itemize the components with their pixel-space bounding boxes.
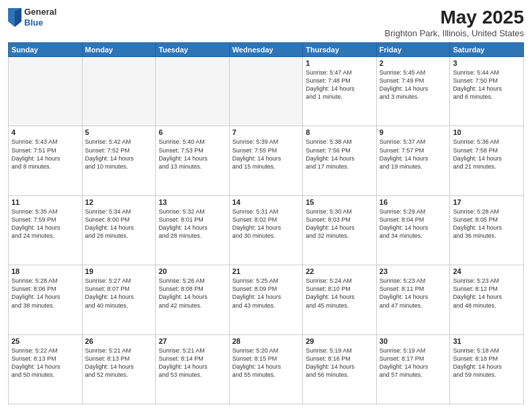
day-info: Sunrise: 5:47 AM Sunset: 7:48 PM Dayligh… — [306, 68, 373, 101]
calendar-cell: 19Sunrise: 5:27 AM Sunset: 8:07 PM Dayli… — [82, 265, 156, 334]
logo-icon — [8, 8, 21, 27]
calendar-week-row: 4Sunrise: 5:43 AM Sunset: 7:51 PM Daylig… — [9, 126, 524, 195]
day-number: 31 — [453, 337, 521, 345]
day-info: Sunrise: 5:31 AM Sunset: 8:02 PM Dayligh… — [232, 208, 300, 240]
calendar-table: SundayMondayTuesdayWednesdayThursdayFrid… — [8, 42, 524, 404]
day-number: 26 — [85, 337, 153, 345]
day-number: 28 — [232, 337, 300, 345]
day-number: 18 — [11, 267, 79, 275]
day-info: Sunrise: 5:44 AM Sunset: 7:50 PM Dayligh… — [453, 68, 521, 101]
calendar-cell — [9, 57, 83, 126]
subtitle: Brighton Park, Illinois, United States — [385, 28, 524, 38]
calendar-cell: 7Sunrise: 5:39 AM Sunset: 7:55 PM Daylig… — [229, 126, 303, 195]
day-number: 21 — [232, 267, 300, 275]
day-info: Sunrise: 5:32 AM Sunset: 8:01 PM Dayligh… — [159, 208, 226, 240]
day-number: 8 — [306, 128, 373, 136]
day-of-week-header: Wednesday — [229, 43, 303, 57]
calendar-cell: 9Sunrise: 5:37 AM Sunset: 7:57 PM Daylig… — [376, 126, 450, 195]
day-number: 19 — [85, 267, 153, 275]
calendar-cell: 26Sunrise: 5:21 AM Sunset: 8:13 PM Dayli… — [82, 334, 156, 404]
logo-general-text: General — [24, 7, 56, 17]
calendar-cell: 5Sunrise: 5:42 AM Sunset: 7:52 PM Daylig… — [82, 126, 156, 195]
calendar-cell: 3Sunrise: 5:44 AM Sunset: 7:50 PM Daylig… — [450, 57, 524, 126]
calendar-cell: 12Sunrise: 5:34 AM Sunset: 8:00 PM Dayli… — [82, 195, 156, 265]
calendar-cell: 16Sunrise: 5:29 AM Sunset: 8:04 PM Dayli… — [376, 195, 450, 265]
calendar-cell: 21Sunrise: 5:25 AM Sunset: 8:09 PM Dayli… — [229, 265, 303, 334]
day-number: 1 — [306, 59, 373, 67]
day-of-week-header: Sunday — [9, 43, 83, 57]
day-number: 9 — [380, 128, 447, 136]
day-info: Sunrise: 5:22 AM Sunset: 8:13 PM Dayligh… — [11, 347, 79, 379]
day-info: Sunrise: 5:43 AM Sunset: 7:51 PM Dayligh… — [11, 138, 79, 171]
day-number: 27 — [159, 337, 226, 345]
day-info: Sunrise: 5:21 AM Sunset: 8:13 PM Dayligh… — [85, 347, 153, 379]
day-number: 7 — [232, 128, 300, 136]
day-number: 17 — [453, 198, 521, 206]
day-number: 10 — [453, 128, 521, 136]
day-info: Sunrise: 5:40 AM Sunset: 7:53 PM Dayligh… — [159, 138, 226, 171]
day-info: Sunrise: 5:28 AM Sunset: 8:05 PM Dayligh… — [453, 208, 521, 240]
logo-blue-text: Blue — [24, 17, 56, 28]
day-info: Sunrise: 5:19 AM Sunset: 8:16 PM Dayligh… — [306, 347, 373, 379]
calendar-cell: 18Sunrise: 5:28 AM Sunset: 8:06 PM Dayli… — [9, 265, 83, 334]
day-info: Sunrise: 5:27 AM Sunset: 8:07 PM Dayligh… — [85, 277, 153, 310]
calendar-cell: 8Sunrise: 5:38 AM Sunset: 7:56 PM Daylig… — [303, 126, 377, 195]
day-number: 30 — [380, 337, 447, 345]
header: General Blue May 2025 Brighton Park, Ill… — [8, 7, 524, 38]
calendar-header-row: SundayMondayTuesdayWednesdayThursdayFrid… — [9, 43, 524, 57]
calendar-cell: 20Sunrise: 5:26 AM Sunset: 8:08 PM Dayli… — [156, 265, 230, 334]
day-info: Sunrise: 5:42 AM Sunset: 7:52 PM Dayligh… — [85, 138, 153, 171]
day-number: 25 — [11, 337, 79, 345]
calendar-cell: 30Sunrise: 5:19 AM Sunset: 8:17 PM Dayli… — [376, 334, 450, 404]
calendar-cell: 15Sunrise: 5:30 AM Sunset: 8:03 PM Dayli… — [303, 195, 377, 265]
day-number: 29 — [306, 337, 373, 345]
page: General Blue May 2025 Brighton Park, Ill… — [0, 0, 532, 411]
day-info: Sunrise: 5:23 AM Sunset: 8:12 PM Dayligh… — [453, 277, 521, 310]
calendar-cell — [82, 57, 156, 126]
day-info: Sunrise: 5:29 AM Sunset: 8:04 PM Dayligh… — [380, 208, 447, 240]
calendar-cell: 14Sunrise: 5:31 AM Sunset: 8:02 PM Dayli… — [229, 195, 303, 265]
day-of-week-header: Monday — [82, 43, 156, 57]
day-number: 3 — [453, 59, 521, 67]
calendar-cell: 28Sunrise: 5:20 AM Sunset: 8:15 PM Dayli… — [229, 334, 303, 404]
day-info: Sunrise: 5:25 AM Sunset: 8:09 PM Dayligh… — [232, 277, 300, 310]
day-of-week-header: Saturday — [450, 43, 524, 57]
day-number: 13 — [159, 198, 226, 206]
day-info: Sunrise: 5:30 AM Sunset: 8:03 PM Dayligh… — [306, 208, 373, 240]
day-of-week-header: Thursday — [303, 43, 377, 57]
day-info: Sunrise: 5:18 AM Sunset: 8:18 PM Dayligh… — [453, 347, 521, 379]
calendar-cell: 4Sunrise: 5:43 AM Sunset: 7:51 PM Daylig… — [9, 126, 83, 195]
calendar-week-row: 1Sunrise: 5:47 AM Sunset: 7:48 PM Daylig… — [9, 57, 524, 126]
calendar-cell: 24Sunrise: 5:23 AM Sunset: 8:12 PM Dayli… — [450, 265, 524, 334]
day-info: Sunrise: 5:26 AM Sunset: 8:08 PM Dayligh… — [159, 277, 226, 310]
calendar-week-row: 11Sunrise: 5:35 AM Sunset: 7:59 PM Dayli… — [9, 195, 524, 265]
calendar-week-row: 18Sunrise: 5:28 AM Sunset: 8:06 PM Dayli… — [9, 265, 524, 334]
calendar-cell: 17Sunrise: 5:28 AM Sunset: 8:05 PM Dayli… — [450, 195, 524, 265]
calendar-cell: 25Sunrise: 5:22 AM Sunset: 8:13 PM Dayli… — [9, 334, 83, 404]
day-number: 16 — [380, 198, 447, 206]
calendar-cell: 29Sunrise: 5:19 AM Sunset: 8:16 PM Dayli… — [303, 334, 377, 404]
day-info: Sunrise: 5:23 AM Sunset: 8:11 PM Dayligh… — [380, 277, 447, 310]
calendar-week-row: 25Sunrise: 5:22 AM Sunset: 8:13 PM Dayli… — [9, 334, 524, 404]
day-number: 4 — [11, 128, 79, 136]
day-number: 2 — [380, 59, 447, 67]
calendar-cell: 1Sunrise: 5:47 AM Sunset: 7:48 PM Daylig… — [303, 57, 377, 126]
day-number: 12 — [85, 198, 153, 206]
day-number: 5 — [85, 128, 153, 136]
day-info: Sunrise: 5:35 AM Sunset: 7:59 PM Dayligh… — [11, 208, 79, 240]
title-section: May 2025 Brighton Park, Illinois, United… — [385, 7, 524, 38]
day-number: 23 — [380, 267, 447, 275]
day-info: Sunrise: 5:36 AM Sunset: 7:58 PM Dayligh… — [453, 138, 521, 171]
day-number: 14 — [232, 198, 300, 206]
calendar-cell: 2Sunrise: 5:45 AM Sunset: 7:49 PM Daylig… — [376, 57, 450, 126]
calendar-cell: 22Sunrise: 5:24 AM Sunset: 8:10 PM Dayli… — [303, 265, 377, 334]
day-of-week-header: Friday — [376, 43, 450, 57]
calendar-cell: 13Sunrise: 5:32 AM Sunset: 8:01 PM Dayli… — [156, 195, 230, 265]
day-number: 6 — [159, 128, 226, 136]
calendar-cell: 10Sunrise: 5:36 AM Sunset: 7:58 PM Dayli… — [450, 126, 524, 195]
day-info: Sunrise: 5:45 AM Sunset: 7:49 PM Dayligh… — [380, 68, 447, 101]
day-info: Sunrise: 5:24 AM Sunset: 8:10 PM Dayligh… — [306, 277, 373, 310]
day-info: Sunrise: 5:38 AM Sunset: 7:56 PM Dayligh… — [306, 138, 373, 171]
calendar-cell: 31Sunrise: 5:18 AM Sunset: 8:18 PM Dayli… — [450, 334, 524, 404]
day-info: Sunrise: 5:39 AM Sunset: 7:55 PM Dayligh… — [232, 138, 300, 171]
